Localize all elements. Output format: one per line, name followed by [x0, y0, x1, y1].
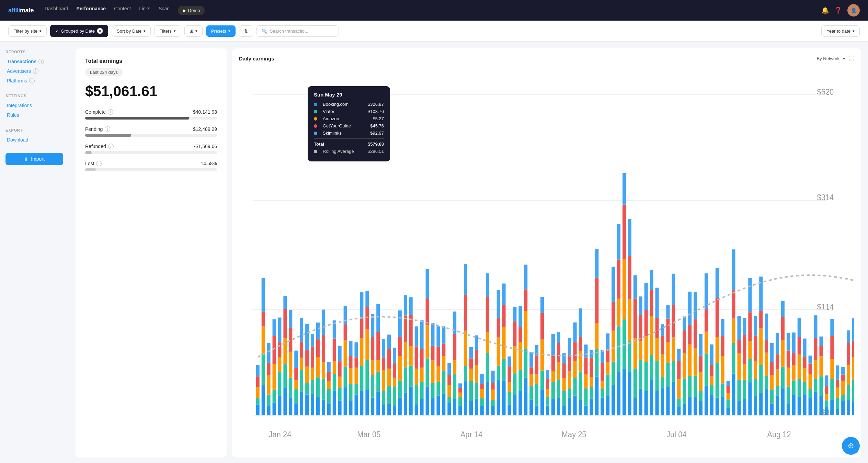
- tooltip-rolling-label: Rolling Average: [323, 149, 362, 154]
- tooltip-row-1: Viator $108.76: [314, 109, 384, 114]
- svg-rect-425: [716, 363, 719, 398]
- close-badge[interactable]: ✕: [97, 28, 103, 34]
- svg-rect-355: [639, 360, 642, 388]
- sidebar-item-transactions[interactable]: Transactions i: [5, 57, 63, 66]
- svg-rect-318: [595, 249, 598, 278]
- svg-rect-6: [256, 387, 260, 398]
- svg-rect-343: [623, 173, 626, 205]
- presets-button[interactable]: Presets ▾: [206, 25, 236, 37]
- columns-button[interactable]: ⊞ ▾: [184, 25, 203, 37]
- svg-rect-258: [529, 352, 533, 368]
- svg-rect-202: [469, 358, 473, 369]
- svg-rect-7: [256, 376, 260, 387]
- svg-rect-201: [469, 369, 473, 381]
- svg-rect-325: [606, 374, 609, 396]
- svg-rect-539: [841, 401, 845, 415]
- svg-rect-262: [535, 355, 538, 374]
- svg-rect-8: [256, 365, 260, 376]
- svg-rect-439: [732, 374, 735, 416]
- svg-rect-374: [661, 388, 664, 415]
- svg-rect-497: [792, 353, 796, 365]
- tooltip-row-0: Booking.com $326.87: [314, 102, 384, 107]
- svg-rect-75: [333, 374, 336, 391]
- svg-rect-95: [354, 384, 358, 395]
- sidebar-item-integrations[interactable]: Integrations: [5, 101, 63, 110]
- svg-rect-117: [376, 332, 380, 360]
- svg-rect-447: [738, 340, 741, 353]
- sidebar-item-download[interactable]: Download: [5, 135, 63, 145]
- svg-rect-503: [798, 318, 801, 337]
- svg-rect-122: [382, 358, 385, 370]
- svg-rect-273: [546, 370, 549, 379]
- nav-links-item[interactable]: Links: [139, 6, 150, 15]
- svg-rect-319: [601, 398, 604, 415]
- svg-rect-206: [475, 365, 478, 383]
- sidebar: REPORTS Transactions i Advertisers i Pla…: [0, 42, 69, 463]
- svg-rect-177: [442, 343, 445, 356]
- svg-rect-448: [738, 316, 741, 340]
- logo[interactable]: affilimate: [8, 7, 34, 14]
- sidebar-item-platforms[interactable]: Platforms i: [5, 76, 63, 86]
- bell-icon[interactable]: 🔔: [821, 7, 829, 14]
- sort-by-date-button[interactable]: Sort by Date ▾: [112, 25, 151, 37]
- sidebar-item-advertisers[interactable]: Advertisers i: [5, 66, 63, 76]
- sidebar-item-rules[interactable]: Rules: [5, 110, 63, 120]
- x-label-jul: Jul 04: [666, 430, 686, 439]
- avatar[interactable]: 👤: [847, 4, 860, 16]
- svg-rect-4: [256, 404, 260, 415]
- svg-rect-45: [300, 370, 303, 392]
- chart-controls[interactable]: By Network ▾ ⛶: [817, 55, 854, 61]
- nav-performance[interactable]: Performance: [77, 6, 106, 15]
- svg-rect-553: [852, 318, 854, 341]
- svg-rect-294: [573, 396, 577, 416]
- svg-rect-261: [535, 374, 538, 384]
- grouped-by-date-button[interactable]: ✓ Grouped by Date ✕: [50, 25, 108, 37]
- filter-by-site-button[interactable]: Filter by site ▾: [8, 25, 47, 37]
- filters-button[interactable]: Filters ▾: [154, 25, 181, 37]
- date-range-button[interactable]: Year to date ▾: [821, 25, 860, 37]
- logo-text1: affili: [8, 7, 20, 14]
- svg-rect-352: [633, 298, 637, 338]
- svg-rect-299: [579, 400, 582, 415]
- svg-rect-370: [655, 361, 659, 391]
- nav-dashboard[interactable]: Dashboard: [45, 6, 68, 15]
- svg-rect-42: [294, 368, 298, 380]
- svg-rect-125: [387, 386, 391, 404]
- help-icon[interactable]: ❓: [834, 7, 842, 14]
- svg-rect-197: [464, 295, 467, 331]
- svg-rect-29: [283, 388, 287, 415]
- svg-rect-429: [721, 397, 724, 415]
- tooltip-dot-rolling: [314, 150, 317, 153]
- svg-rect-268: [540, 297, 544, 313]
- svg-rect-274: [551, 399, 555, 415]
- video-icon: ▶: [183, 8, 186, 13]
- import-button[interactable]: ⬆ Import: [5, 153, 63, 165]
- svg-rect-178: [442, 326, 445, 343]
- expand-icon[interactable]: ⛶: [849, 55, 854, 61]
- svg-rect-257: [529, 367, 533, 374]
- svg-rect-485: [781, 367, 785, 388]
- support-button[interactable]: ⊕: [842, 437, 860, 455]
- tooltip-divider: [314, 138, 384, 139]
- adjust-button[interactable]: ⇅: [239, 25, 253, 37]
- nav-content[interactable]: Content: [114, 6, 131, 15]
- columns-icon: ⊞: [190, 29, 193, 34]
- nav-scan[interactable]: Scan: [159, 6, 170, 15]
- svg-rect-41: [294, 380, 298, 389]
- stat-complete-label: Complete i $40,141.98: [85, 109, 217, 115]
- svg-rect-455: [748, 359, 752, 382]
- svg-rect-549: [852, 401, 854, 415]
- svg-rect-544: [847, 400, 850, 415]
- search-box[interactable]: 🔍 Search transactio...: [256, 25, 339, 37]
- svg-rect-300: [579, 371, 582, 400]
- svg-rect-281: [557, 362, 560, 380]
- svg-rect-49: [305, 395, 309, 416]
- days-badge: Last 224 days: [85, 68, 123, 76]
- chevron-down-icon: ▾: [39, 29, 42, 33]
- svg-rect-283: [557, 332, 560, 343]
- svg-rect-284: [562, 406, 566, 415]
- demo-button[interactable]: ▶ Demo: [178, 6, 205, 15]
- svg-rect-311: [590, 377, 593, 387]
- main-content: Total earnings Last 224 days $51,061.61 …: [69, 42, 868, 463]
- svg-rect-40: [294, 389, 298, 403]
